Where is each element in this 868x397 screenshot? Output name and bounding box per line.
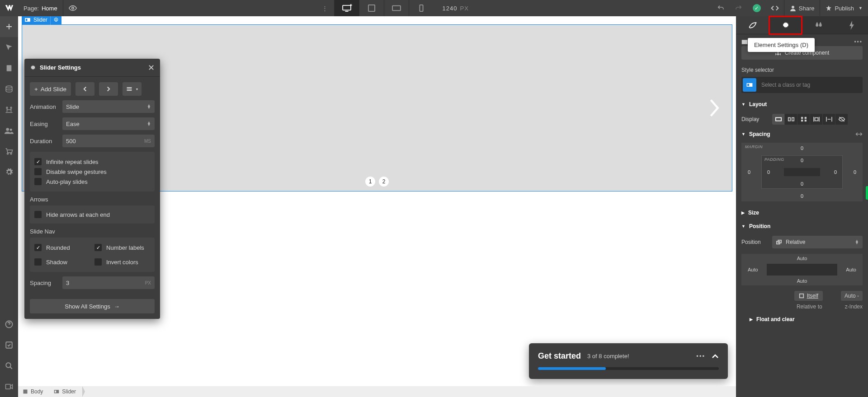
cms-icon[interactable] [0,79,18,99]
slider-dot[interactable]: 2 [379,177,389,187]
rounded-checkbox[interactable] [34,244,42,251]
display-none-icon[interactable] [835,114,848,125]
duration-label: Duration [30,138,58,145]
users-icon[interactable] [0,120,18,141]
assets-icon[interactable] [0,141,18,162]
svg-rect-39 [799,294,803,298]
easing-select[interactable]: Ease▲▼ [62,117,155,130]
element-tag-settings-icon[interactable] [50,16,61,25]
prev-slide-button[interactable] [75,82,94,96]
position-offsets[interactable]: Auto Auto Auto Auto [741,254,863,285]
disable-swipe-checkbox[interactable] [34,168,42,175]
page-selector[interactable]: Page: Home [18,0,63,16]
close-icon[interactable]: ✕ [148,63,155,73]
slider-dot[interactable]: 1 [365,177,375,187]
settings-icon[interactable] [0,162,18,182]
display-inline-icon[interactable] [823,114,835,125]
breadcrumb-slider[interactable]: Slider [49,386,82,397]
audit-icon[interactable] [0,335,18,355]
next-slide-button[interactable] [99,82,118,96]
display-inline-block-icon[interactable] [810,114,823,125]
rocket-icon [826,5,832,11]
spacing-section-header[interactable]: ▼Spacing [736,127,868,141]
arrows-section-label: Arrows [30,196,155,203]
slider-icon [54,389,59,394]
slider-settings-panel: Slider Settings ✕ +Add Slide ▾ Animation… [24,59,160,319]
svg-rect-6 [7,65,12,71]
video-icon[interactable] [0,376,18,397]
preview-icon[interactable] [63,0,82,16]
share-button[interactable]: Share [784,0,820,16]
overflow-menu-icon[interactable]: ⋮ [316,5,334,12]
number-labels-checkbox[interactable] [94,244,102,251]
position-select[interactable]: Relative▲▼ [772,236,863,248]
svg-point-13 [10,153,12,154]
spacing-editor[interactable]: MARGIN 0 0 0 0 PADDING 0 0 0 0 [741,143,863,201]
invert-colors-checkbox[interactable] [94,258,102,266]
slide-list-button[interactable]: ▾ [123,82,142,96]
webflow-logo-icon[interactable] [0,0,18,16]
code-icon[interactable] [766,0,784,16]
infinite-checkbox[interactable] [34,158,42,165]
display-block-icon[interactable] [772,114,785,125]
style-tab-icon[interactable] [736,16,769,34]
animation-select[interactable]: Slide▲▼ [62,100,155,113]
size-section-header[interactable]: ▶Size [736,206,868,220]
element-tag[interactable]: Slider [22,16,61,25]
element-tag-label: Slider [33,17,50,23]
interactions-tab-icon[interactable] [802,16,835,34]
left-toolbar [0,16,18,397]
hide-arrows-checkbox[interactable] [34,211,42,218]
svg-point-11 [10,129,12,131]
add-element-icon[interactable] [0,16,18,37]
pages-icon[interactable] [0,37,18,58]
display-grid-icon[interactable] [797,114,810,125]
svg-rect-29 [775,117,781,121]
more-icon[interactable]: ••• [696,353,705,360]
expand-icon[interactable] [855,131,863,137]
svg-rect-26 [742,40,747,44]
search-icon[interactable] [0,355,18,376]
zindex-auto[interactable]: Auto - [841,291,863,301]
navigator-icon[interactable] [0,58,18,79]
position-label: Position [741,239,769,245]
breadcrumb: Body Slider [18,386,736,397]
display-flex-icon[interactable] [785,114,797,125]
float-section-header[interactable]: ▶Float and clear [736,313,868,326]
redo-icon[interactable] [730,0,748,16]
undo-icon[interactable] [712,0,730,16]
settings-tab-icon[interactable] [769,16,802,34]
status-ok-icon[interactable]: ✓ [748,0,766,16]
layout-section-header[interactable]: ▼Layout [736,98,868,111]
svg-point-10 [6,128,9,131]
add-slide-button[interactable]: +Add Slide [30,82,71,96]
show-all-settings-button[interactable]: Show All Settings→ [30,299,155,313]
svg-rect-34 [801,120,803,121]
easing-label: Easing [30,121,58,127]
breadcrumb-body[interactable]: Body [18,386,49,397]
breakpoint-desktop[interactable]: ✦ [334,0,359,16]
breakpoint-mobile[interactable] [409,0,434,16]
style-selector-input[interactable]: Select a class or tag [741,77,863,93]
svg-rect-4 [420,5,423,11]
autoplay-checkbox[interactable] [34,178,42,185]
relative-to-itself[interactable]: Itself [794,291,823,301]
canvas-width[interactable]: 1240PX [434,5,478,12]
effects-tab-icon[interactable] [835,16,868,34]
position-section-header[interactable]: ▼Position [736,220,868,233]
relative-to-label: Relative to [797,304,822,310]
ecommerce-icon[interactable] [0,99,18,120]
page-label: Page: [24,5,39,12]
duration-input[interactable]: 500MS [62,135,155,147]
spacing-input[interactable]: 3PX [62,276,155,289]
breakpoint-tablet-landscape[interactable] [384,0,409,16]
help-icon[interactable] [0,314,18,335]
collapse-icon[interactable] [712,354,719,359]
publish-button[interactable]: Publish ▼ [820,0,868,16]
get-started-title: Get started [538,351,581,361]
svg-point-0 [71,7,74,9]
slider-next-arrow[interactable] [696,90,732,126]
breakpoint-tablet[interactable] [359,0,384,16]
more-icon[interactable]: ••• [854,39,863,45]
shadow-checkbox[interactable] [34,258,42,266]
